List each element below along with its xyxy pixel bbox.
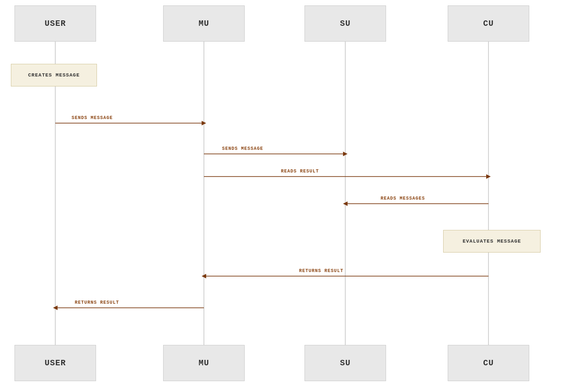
svg-marker-5 [202, 121, 206, 125]
svg-marker-13 [202, 274, 206, 278]
svg-marker-7 [343, 152, 348, 156]
svg-marker-11 [343, 201, 348, 206]
diagram-svg [0, 0, 580, 392]
actor-cu-top: CU [448, 5, 529, 42]
sequence-diagram: USER MU SU CU USER MU SU CU CREATES MESS… [0, 0, 580, 392]
actor-su-bottom: SU [304, 345, 386, 381]
label-returns-result-1: RETURNS RESULT [299, 268, 343, 273]
actor-user-top: USER [14, 5, 96, 42]
actor-user-bottom: USER [14, 345, 96, 381]
evaluates-message-note: EVALUATES MESSAGE [443, 230, 541, 253]
actor-mu-top: MU [163, 5, 245, 42]
label-sends-message-2: SENDS MESSAGE [222, 146, 263, 151]
label-reads-messages: READS MESSAGES [381, 196, 425, 201]
label-sends-message-1: SENDS MESSAGE [72, 115, 113, 120]
actor-su-top: SU [304, 5, 386, 42]
label-returns-result-2: RETURNS RESULT [75, 300, 119, 305]
actor-cu-bottom: CU [448, 345, 529, 381]
svg-marker-15 [53, 306, 58, 310]
actor-mu-bottom: MU [163, 345, 245, 381]
svg-marker-9 [486, 174, 491, 179]
creates-message-note: CREATES MESSAGE [11, 64, 97, 86]
label-reads-result: READS RESULT [281, 169, 319, 174]
